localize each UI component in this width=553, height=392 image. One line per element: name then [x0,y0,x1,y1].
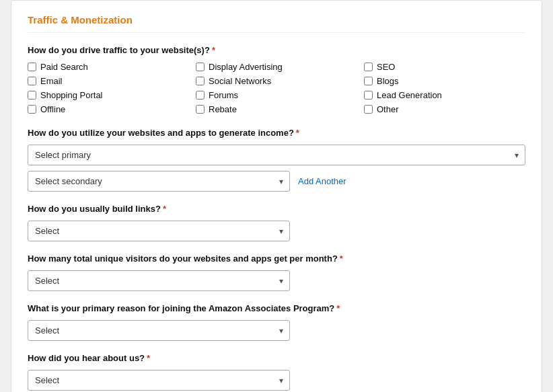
checkbox-shopping-portal-input[interactable] [28,91,36,100]
checkbox-paid-search-input[interactable] [28,63,36,71]
checkbox-rebate[interactable]: Rebate [196,104,357,114]
checkbox-blogs[interactable]: Blogs [364,76,525,86]
joining-reason-question-label: What is your primary reason for joining … [28,303,525,313]
income-secondary-row: Select secondary ▾ Add Another [28,171,525,192]
income-primary-row: Select primary ▾ [28,145,525,165]
checkbox-email[interactable]: Email [28,76,189,86]
income-question-label: How do you utilize your websites and app… [28,128,525,138]
traffic-question-block: How do you drive traffic to your website… [28,45,525,114]
checkbox-forums[interactable]: Forums [196,90,357,100]
checkbox-forums-input[interactable] [196,91,205,100]
build-links-select[interactable]: Select [28,221,290,241]
checkbox-social-networks-input[interactable] [196,77,205,85]
checkbox-offline[interactable]: Offline [28,104,189,114]
checkbox-rebate-input[interactable] [196,105,205,114]
unique-visitors-question-label: How many total unique visitors do your w… [28,253,525,264]
income-secondary-select-wrapper: Select secondary ▾ [28,171,290,192]
income-secondary-select[interactable]: Select secondary [28,171,290,192]
checkbox-display-advertising[interactable]: Display Advertising [196,62,357,72]
hear-about-question-block: How did you hear about us?* Select ▾ [28,353,525,391]
checkbox-offline-input[interactable] [28,105,36,114]
unique-visitors-select-wrapper: Select ▾ [28,270,290,291]
checkbox-lead-generation-input[interactable] [364,91,373,100]
traffic-question-label: How do you drive traffic to your website… [28,45,525,55]
income-question-block: How do you utilize your websites and app… [28,128,525,192]
unique-visitors-question-block: How many total unique visitors do your w… [28,253,525,291]
hear-about-select-wrapper: Select ▾ [28,370,290,391]
section-title: Traffic & Monetization [28,14,525,33]
add-another-button[interactable]: Add Another [298,176,346,186]
unique-visitors-select[interactable]: Select [28,270,290,291]
hear-about-select[interactable]: Select [28,370,290,391]
checkbox-display-advertising-input[interactable] [196,63,205,71]
traffic-required-star: * [212,45,215,55]
joining-reason-question-block: What is your primary reason for joining … [28,303,525,341]
build-links-select-wrapper: Select ▾ [28,221,290,241]
build-links-question-block: How do you usually build links?* Select … [28,204,525,241]
hear-about-question-label: How did you hear about us?* [28,353,525,363]
traffic-monetization-card: Traffic & Monetization How do you drive … [11,0,542,392]
checkbox-email-input[interactable] [28,77,36,85]
checkbox-paid-search[interactable]: Paid Search [28,62,189,72]
checkbox-lead-generation[interactable]: Lead Generation [364,90,525,100]
checkbox-seo-input[interactable] [364,63,373,71]
build-links-required-star: * [163,204,166,214]
hear-about-required-star: * [147,353,150,363]
checkbox-other[interactable]: Other [364,104,525,114]
traffic-checkbox-grid: Paid Search Display Advertising SEO Emai… [28,62,525,114]
checkbox-social-networks[interactable]: Social Networks [196,76,357,86]
joining-reason-select-wrapper: Select ▾ [28,320,290,341]
joining-reason-select[interactable]: Select [28,320,290,341]
checkbox-seo[interactable]: SEO [364,62,525,72]
unique-visitors-required-star: * [340,253,343,264]
income-required-star: * [296,128,299,138]
checkbox-other-input[interactable] [364,105,373,114]
joining-reason-required-star: * [336,303,340,313]
income-primary-select-wrapper: Select primary ▾ [28,145,525,165]
checkbox-shopping-portal[interactable]: Shopping Portal [28,90,189,100]
income-primary-select[interactable]: Select primary [28,145,525,165]
checkbox-blogs-input[interactable] [364,77,373,85]
build-links-question-label: How do you usually build links?* [28,204,525,214]
